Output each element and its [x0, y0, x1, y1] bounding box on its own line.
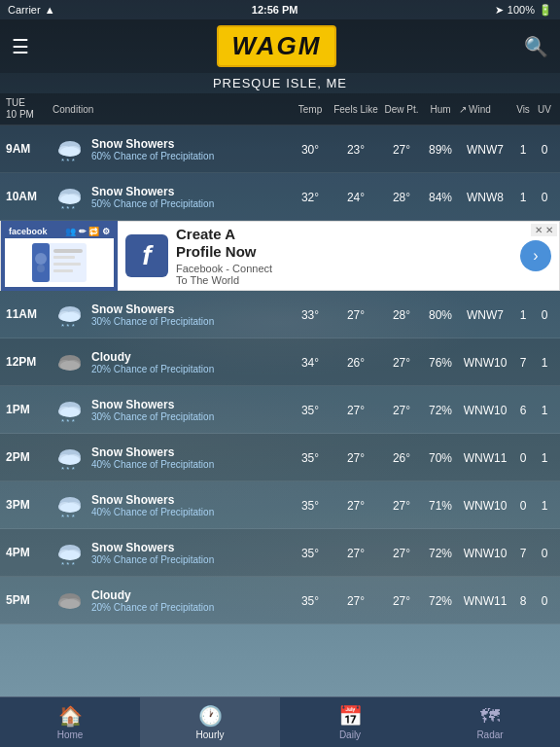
- row-temp: 35°: [290, 401, 331, 418]
- row-vis: 7: [511, 544, 535, 561]
- col-temp: Temp: [290, 104, 331, 115]
- ad-cta-button[interactable]: ›: [520, 240, 551, 271]
- precipitation-chance: 60% Chance of Precipitation: [91, 151, 290, 161]
- ad-close-button[interactable]: ✕ ✕: [531, 224, 557, 236]
- svg-point-45: [60, 551, 80, 560]
- ad-main[interactable]: f Create AProfile Now Facebook - Connect…: [118, 218, 559, 294]
- row-time: 4PM: [6, 546, 52, 559]
- row-temp: 30°: [290, 140, 331, 158]
- row-dew: 27°: [381, 401, 422, 418]
- row-vis: 6: [511, 401, 535, 418]
- svg-rect-15: [53, 256, 75, 259]
- header: ☰ WAGM 🔍: [0, 19, 560, 73]
- condition-name: Snow Showers: [91, 185, 290, 198]
- row-humidity: 84%: [422, 188, 459, 205]
- carrier-label: Carrier: [8, 4, 41, 16]
- svg-point-8: [60, 195, 80, 204]
- row-dew: 27°: [381, 496, 422, 514]
- col-feels: Feels Like: [331, 104, 381, 115]
- row-temp: 35°: [290, 496, 331, 514]
- nav-label-home: Home: [57, 729, 84, 740]
- svg-point-26: [60, 361, 80, 371]
- svg-text:* * *: * * *: [61, 560, 75, 569]
- row-time: 2PM: [6, 450, 52, 464]
- row-humidity: 72%: [422, 591, 459, 609]
- table-row: 2PM * * * Snow Showers 40% Chance of Pre…: [0, 434, 560, 481]
- precipitation-chance: 30% Chance of Precipitation: [91, 316, 290, 327]
- table-row: 11AM * * * Snow Showers 30% Chance of Pr…: [0, 291, 560, 338]
- row-dew: 27°: [381, 544, 422, 561]
- row-dew: 28°: [381, 188, 422, 205]
- location-arrow-icon: ➤: [495, 4, 504, 17]
- col-wind: ↗ Wind: [459, 104, 511, 115]
- row-vis: 1: [511, 188, 535, 205]
- nav-item-home[interactable]: 🏠 Home: [0, 697, 140, 747]
- row-time: 10AM: [6, 190, 52, 203]
- condition-name: Snow Showers: [91, 541, 290, 554]
- nav-label-radar: Radar: [476, 729, 503, 740]
- svg-text:* * *: * * *: [61, 513, 75, 521]
- row-feels: 27°: [331, 401, 381, 418]
- row-wind: WNW10: [459, 544, 511, 561]
- row-feels: 27°: [331, 448, 381, 466]
- col-dew: Dew Pt.: [381, 104, 422, 115]
- search-button[interactable]: 🔍: [524, 35, 548, 58]
- row-condition: Snow Showers 40% Chance of Precipitation: [91, 445, 290, 470]
- ad-fb-icons: 👥 ✏ 🔁 ⚙: [65, 227, 110, 236]
- table-row: 1PM * * * Snow Showers 30% Chance of Pre…: [0, 386, 560, 434]
- row-feels: 27°: [331, 305, 381, 323]
- row-humidity: 70%: [422, 448, 459, 466]
- nav-label-daily: Daily: [339, 729, 361, 740]
- row-uv: 0: [535, 305, 554, 323]
- nav-item-radar[interactable]: 🗺 Radar: [420, 697, 560, 747]
- svg-point-3: [60, 147, 80, 157]
- ad-headline: Create AProfile Now: [176, 226, 512, 261]
- svg-rect-14: [53, 249, 83, 253]
- precipitation-chance: 20% Chance of Precipitation: [91, 364, 290, 374]
- weather-list: 9AM * * * Snow Showers 60% Chance of Pre…: [0, 125, 560, 697]
- status-bar: Carrier ▲ 12:56 PM ➤ 100% 🔋: [0, 0, 560, 19]
- date-label: TUE10 PM: [6, 97, 52, 121]
- row-humidity: 89%: [422, 140, 459, 158]
- row-feels: 23°: [331, 140, 381, 158]
- menu-button[interactable]: ☰: [12, 35, 29, 58]
- svg-text:* * *: * * *: [61, 465, 75, 474]
- ad-fb-logo-icon: f: [125, 234, 168, 277]
- row-wind: WNW11: [459, 448, 511, 466]
- row-feels: 26°: [331, 353, 381, 371]
- row-dew: 27°: [381, 591, 422, 609]
- row-time: 3PM: [6, 498, 52, 512]
- row-humidity: 72%: [422, 401, 459, 418]
- row-condition: Snow Showers 30% Chance of Precipitation: [91, 541, 290, 565]
- svg-point-30: [60, 408, 80, 417]
- precipitation-chance: 30% Chance of Precipitation: [91, 554, 290, 565]
- nav-item-daily[interactable]: 📅 Daily: [280, 697, 420, 747]
- row-condition: Snow Showers 30% Chance of Precipitation: [91, 398, 290, 422]
- row-humidity: 80%: [422, 305, 459, 323]
- row-condition: Snow Showers 60% Chance of Precipitation: [91, 137, 290, 161]
- svg-point-21: [60, 312, 80, 322]
- row-condition: Cloudy 20% Chance of Precipitation: [91, 588, 290, 613]
- row-vis: 1: [511, 140, 535, 158]
- precipitation-chance: 50% Chance of Precipitation: [91, 198, 290, 209]
- precipitation-chance: 30% Chance of Precipitation: [91, 411, 290, 422]
- table-row: 10AM * * * Snow Showers 50% Chance of Pr…: [0, 173, 560, 221]
- condition-name: Snow Showers: [91, 398, 290, 411]
- row-wind: WNW7: [459, 305, 511, 323]
- svg-point-13: [37, 265, 45, 272]
- table-row: 12PM Cloudy 20% Chance of Precipitation …: [0, 338, 560, 386]
- status-left: Carrier ▲: [8, 4, 55, 16]
- row-vis: 0: [511, 496, 535, 514]
- svg-text:* * *: * * *: [61, 417, 75, 426]
- row-time: 9AM: [6, 142, 52, 156]
- nav-item-hourly[interactable]: 🕐 Hourly: [140, 697, 280, 747]
- battery-icon: 🔋: [539, 4, 552, 17]
- weather-icon: * * *: [52, 179, 88, 214]
- condition-name: Snow Showers: [91, 445, 290, 459]
- weather-icon: * * *: [52, 440, 88, 475]
- row-humidity: 76%: [422, 353, 459, 371]
- svg-point-40: [60, 503, 80, 513]
- svg-text:* * *: * * *: [61, 157, 75, 165]
- svg-text:* * *: * * *: [61, 204, 75, 213]
- row-condition: Cloudy 20% Chance of Precipitation: [91, 350, 290, 374]
